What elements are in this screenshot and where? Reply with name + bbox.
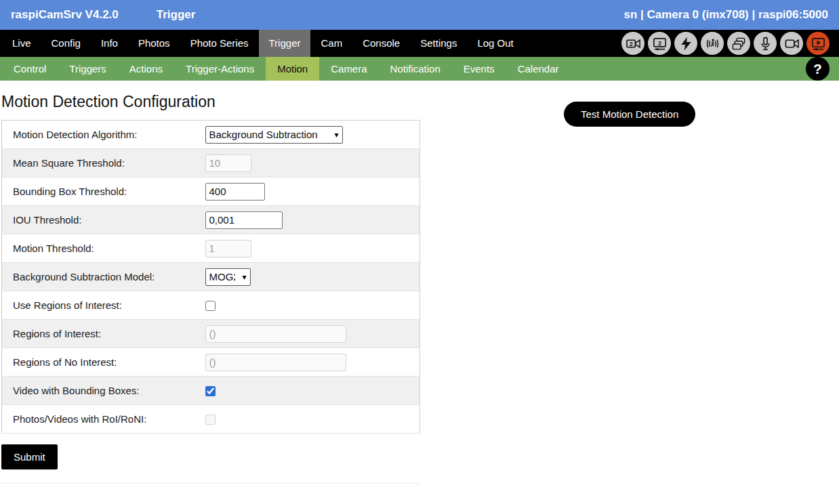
nav-item-trigger[interactable]: Trigger	[259, 30, 311, 57]
subnav-item-motion[interactable]: Motion	[266, 57, 319, 81]
background-subtraction-model-label: Background Subtraction Model:	[2, 263, 205, 291]
regions-of-no-interest-input	[205, 354, 346, 371]
form-row: Bounding Box Threshold:	[2, 177, 420, 206]
form-row: Motion Detection Algorithm:Background Su…	[2, 121, 420, 149]
nav-item-live[interactable]: Live	[2, 30, 41, 57]
help-icon[interactable]: ?	[806, 57, 830, 81]
subnav-item-notification[interactable]: Notification	[379, 57, 452, 81]
bounding-box-threshold-input[interactable]	[205, 183, 265, 201]
live-stream-icon[interactable]	[806, 32, 830, 55]
motion-detection-algorithm-select-wrap: Background Subtraction	[205, 126, 343, 144]
camera-status: sn | Camera 0 (imx708) | raspi06:5000	[623, 8, 828, 22]
nav-item-config[interactable]: Config	[41, 30, 91, 57]
nav-item-cam[interactable]: Cam	[310, 30, 352, 57]
titlebar: raspiCamSrv V4.2.0 Trigger sn | Camera 0…	[0, 0, 839, 30]
subnav-item-triggers[interactable]: Triggers	[58, 57, 117, 81]
form-row: Background Subtraction Model:MOG2	[2, 263, 420, 291]
regions-of-interest-input	[205, 325, 346, 343]
iou-threshold-label: IOU Threshold:	[2, 206, 205, 234]
mean-square-threshold-input	[205, 154, 251, 172]
use-regions-of-interest-label: Use Regions of Interest:	[2, 291, 205, 320]
subnav-item-trigger-actions[interactable]: Trigger-Actions	[174, 57, 266, 81]
video-with-bounding-boxes-checkbox[interactable]	[205, 386, 216, 396]
main-nav: LiveConfigInfoPhotosPhoto SeriesTriggerC…	[0, 30, 839, 57]
sub-nav-items: ControlTriggersActionsTrigger-ActionsMot…	[2, 57, 571, 81]
test-motion-detection-button[interactable]: Test Motion Detection	[564, 102, 695, 127]
photo-stack-icon[interactable]	[727, 32, 750, 55]
svg-text:2: 2	[658, 40, 661, 47]
form-row: Video with Bounding Boxes:	[2, 377, 420, 405]
nav-item-log-out[interactable]: Log Out	[467, 30, 523, 57]
video-camera-icon[interactable]	[780, 32, 803, 55]
subnav-item-control[interactable]: Control	[2, 57, 58, 81]
motion-config-table: Motion Detection Algorithm:Background Su…	[1, 120, 420, 434]
form-row: Mean Square Threshold:	[2, 149, 420, 177]
motion-threshold-input	[205, 240, 251, 257]
nav-item-settings[interactable]: Settings	[410, 30, 467, 57]
background-subtraction-model-select-wrap: MOG2	[205, 268, 251, 286]
nav-item-console[interactable]: Console	[352, 30, 410, 57]
background-subtraction-model-select[interactable]: MOG2	[205, 268, 251, 286]
motion-alarm-icon[interactable]	[701, 32, 724, 55]
form-row: Regions of No Interest:	[2, 348, 420, 377]
nav-item-photos[interactable]: Photos	[128, 30, 180, 57]
subnav-item-events[interactable]: Events	[452, 57, 506, 81]
subnav-item-camera[interactable]: Camera	[319, 57, 378, 81]
content: Motion Detection Configuration Test Moti…	[0, 93, 839, 484]
form-row: Motion Threshold:	[2, 234, 420, 263]
page-title: Motion Detection Configuration	[1, 93, 839, 111]
motion-detection-algorithm-label: Motion Detection Algorithm:	[2, 121, 205, 149]
motion-threshold-label: Motion Threshold:	[2, 234, 205, 263]
regions-of-interest-label: Regions of Interest:	[2, 320, 205, 348]
divider	[0, 483, 420, 484]
nav-item-info[interactable]: Info	[91, 30, 128, 57]
regions-of-no-interest-label: Regions of No Interest:	[2, 348, 205, 377]
video-camera-2-icon[interactable]: 2	[621, 32, 644, 55]
svg-text:2: 2	[629, 40, 632, 47]
motion-detection-algorithm-select[interactable]: Background Subtraction	[205, 126, 343, 144]
display-2-icon[interactable]: 2	[648, 32, 671, 55]
microphone-icon[interactable]	[754, 32, 777, 55]
main-nav-items: LiveConfigInfoPhotosPhoto SeriesTriggerC…	[2, 30, 524, 57]
sub-nav: ControlTriggersActionsTrigger-ActionsMot…	[0, 57, 839, 81]
iou-threshold-input[interactable]	[205, 211, 283, 229]
video-with-bounding-boxes-label: Video with Bounding Boxes:	[2, 377, 205, 405]
photos-videos-with-roi-roni-label: Photos/Videos with RoI/RoNI:	[2, 405, 205, 434]
photos-videos-with-roi-roni-checkbox	[205, 415, 216, 425]
form-row: Use Regions of Interest:	[2, 291, 420, 320]
submit-button[interactable]: Submit	[1, 444, 58, 469]
bounding-box-threshold-label: Bounding Box Threshold:	[2, 177, 205, 206]
header-icon-bar: 22	[621, 30, 839, 57]
titlebar-context: Trigger	[157, 8, 196, 22]
use-regions-of-interest-checkbox[interactable]	[205, 301, 216, 311]
subnav-item-calendar[interactable]: Calendar	[506, 57, 571, 81]
form-row: Regions of Interest:	[2, 320, 420, 348]
flash-icon[interactable]	[674, 32, 697, 55]
subnav-item-actions[interactable]: Actions	[118, 57, 174, 81]
nav-item-photo-series[interactable]: Photo Series	[180, 30, 259, 57]
app-title: raspiCamSrv V4.2.0	[11, 8, 119, 22]
mean-square-threshold-label: Mean Square Threshold:	[2, 149, 205, 177]
form-row: IOU Threshold:	[2, 206, 420, 234]
form-row: Photos/Videos with RoI/RoNI:	[2, 405, 420, 434]
